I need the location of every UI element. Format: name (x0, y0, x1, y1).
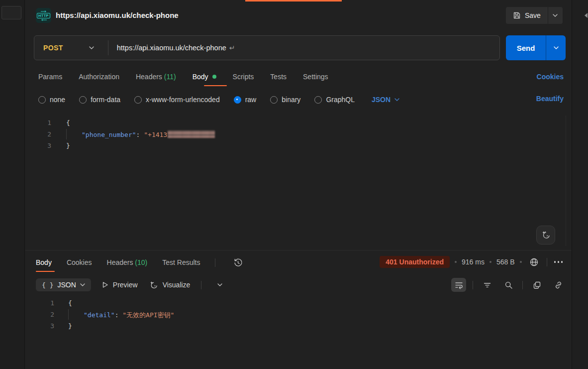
network-info-button[interactable] (527, 255, 542, 269)
response-tab-headers[interactable]: Headers (10) (107, 258, 148, 266)
filter-button[interactable] (480, 278, 494, 292)
toolbar-divider (201, 281, 201, 289)
chevron-down-icon (554, 46, 559, 49)
radio-binary-label: binary (282, 96, 300, 104)
separator-dot (455, 261, 457, 263)
sidebar-collapsed-item[interactable] (1, 6, 21, 19)
radio-circle (270, 96, 278, 104)
tab-params[interactable]: Params (38, 73, 62, 81)
more-options-button[interactable] (552, 259, 565, 265)
response-tab-body[interactable]: Body (36, 258, 52, 266)
left-sidebar-rail (0, 0, 25, 369)
tab-body-label: Body (193, 73, 208, 81)
url-input[interactable]: https://api.xiaomu.uk/check-phone (117, 44, 226, 52)
toolbar-divider (473, 281, 473, 289)
code-content: } (54, 321, 72, 332)
line-number: 3 (25, 321, 54, 332)
brace-open: { (66, 119, 70, 126)
save-button-label: Save (525, 11, 541, 19)
tab-scripts[interactable]: Scripts (233, 73, 254, 81)
response-headers-count-badge: (10) (135, 258, 147, 266)
save-button[interactable]: Save (506, 7, 548, 24)
chevron-down-icon (80, 283, 85, 286)
more-views-dropdown[interactable] (212, 278, 227, 292)
save-options-button[interactable] (548, 7, 563, 24)
postbot-ai-button[interactable] (536, 226, 555, 245)
method-selector-value[interactable]: POST (34, 44, 63, 52)
globe-icon (529, 257, 539, 267)
response-tab-test-results[interactable]: Test Results (162, 258, 200, 266)
send-button[interactable]: Send (506, 35, 546, 60)
share-link-button[interactable] (551, 278, 566, 292)
visualize-button[interactable]: Visualize (149, 280, 191, 290)
tab-params-label: Params (38, 73, 62, 81)
line-number: 2 (25, 129, 51, 141)
preview-label: Preview (113, 281, 138, 289)
response-time[interactable]: 916 ms (462, 258, 485, 266)
radio-raw-label: raw (245, 96, 257, 104)
request-body-editor[interactable]: 1 { 2 "phone_number": "+1413 3 } (25, 118, 563, 152)
method-selector-dropdown[interactable] (89, 46, 94, 49)
response-tabs: Body Cookies Headers (10) Test Results (36, 255, 245, 270)
chevron-down-icon (553, 14, 558, 17)
response-format-dropdown[interactable]: { } JSON (36, 278, 91, 291)
search-response-button[interactable] (501, 278, 516, 292)
code-content: { (51, 118, 70, 129)
headers-count-badge: (11) (164, 73, 176, 81)
radio-binary[interactable]: binary (270, 96, 300, 104)
radio-raw[interactable]: raw (234, 96, 257, 104)
code-content: "detail": "无效的API密钥" (54, 309, 174, 321)
tab-body[interactable]: Body (193, 73, 216, 81)
response-tab-test-results-label: Test Results (162, 258, 200, 266)
radio-graphql[interactable]: GraphQL (314, 96, 355, 104)
response-right-tools (451, 277, 566, 293)
radio-form-data[interactable]: form-data (79, 96, 120, 104)
request-title: https://api.xiaomu.uk/check-phone (56, 11, 179, 19)
braces-icon: { } (42, 281, 53, 289)
response-tab-cookies-label: Cookies (67, 258, 92, 266)
preview-button[interactable]: Preview (102, 281, 138, 289)
collapse-panel-arrow-icon[interactable] (585, 13, 588, 18)
tab-tests[interactable]: Tests (270, 73, 287, 81)
response-size[interactable]: 568 B (496, 258, 515, 266)
url-bar-divider (108, 40, 108, 55)
cookies-link[interactable]: Cookies (537, 73, 564, 81)
beautify-link[interactable]: Beautify (536, 95, 564, 103)
radio-none[interactable]: none (38, 96, 65, 104)
radio-x-www-form-urlencoded[interactable]: x-www-form-urlencoded (134, 96, 220, 104)
json-key: "detail" (84, 311, 115, 319)
radio-circle (314, 96, 322, 104)
tab-authorization[interactable]: Authorization (79, 73, 119, 81)
toolbar-divider (522, 281, 523, 289)
filter-icon (483, 281, 491, 289)
response-tab-cookies[interactable]: Cookies (67, 258, 92, 266)
response-status-cluster: 401 Unauthorized 916 ms 568 B (380, 254, 565, 269)
code-line: 2 "phone_number": "+1413 (25, 129, 563, 141)
body-modified-dot (212, 75, 216, 79)
tab-scripts-label: Scripts (233, 73, 254, 81)
wrap-text-button[interactable] (451, 278, 466, 292)
brace-close: } (68, 322, 72, 330)
response-body-viewer[interactable]: 1 { 2 "detail": "无效的API密钥" 3 } (25, 298, 563, 332)
tab-headers[interactable]: Headers (11) (136, 73, 176, 81)
body-type-selector: none form-data x-www-form-urlencoded raw… (38, 93, 399, 106)
request-url-bar: POST https://api.xiaomu.uk/check-phone ↵ (34, 35, 500, 60)
line-number: 2 (25, 309, 54, 321)
history-clock-icon (233, 258, 243, 267)
send-options-button[interactable] (546, 35, 566, 60)
tab-settings[interactable]: Settings (303, 73, 328, 81)
json-value-visible: "+1413 (144, 131, 167, 138)
toolbar-divider (215, 258, 215, 267)
response-toolbar: { } JSON Preview Visualize (36, 277, 227, 293)
http-method-icon: HTTP (36, 8, 51, 23)
copy-response-button[interactable] (529, 278, 544, 292)
arrow-right-icon (41, 10, 47, 12)
json-value: "无效的API密钥" (122, 311, 174, 319)
tab-authorization-label: Authorization (79, 73, 119, 81)
raw-format-dropdown[interactable]: JSON (372, 96, 399, 104)
response-history-button[interactable] (230, 255, 245, 269)
indent-guide (66, 129, 67, 139)
raw-format-value: JSON (372, 96, 391, 104)
status-badge[interactable]: 401 Unauthorized (380, 256, 450, 268)
save-icon (513, 11, 521, 19)
